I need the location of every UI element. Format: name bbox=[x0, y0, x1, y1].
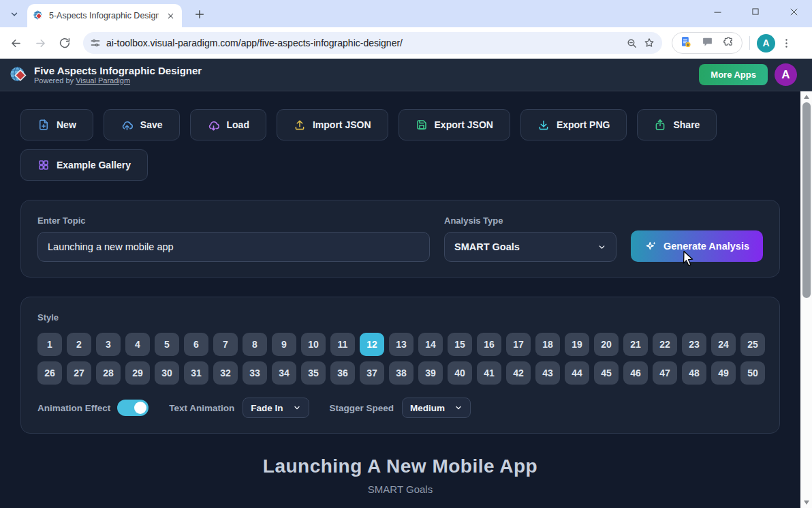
user-avatar[interactable]: A bbox=[775, 63, 797, 86]
export-png-button-label: Export PNG bbox=[557, 119, 610, 130]
load-button[interactable]: Load bbox=[190, 109, 266, 140]
style-option-47[interactable]: 47 bbox=[653, 361, 677, 385]
extensions-puzzle-icon[interactable] bbox=[723, 35, 735, 50]
style-option-32[interactable]: 32 bbox=[213, 361, 238, 385]
generate-analysis-button[interactable]: Generate Analysis bbox=[631, 230, 763, 262]
page-title: Five Aspects Infographic Designer bbox=[34, 65, 202, 76]
save-button[interactable]: Save bbox=[104, 109, 180, 140]
scrollbar-down-icon[interactable] bbox=[800, 498, 812, 507]
style-option-33[interactable]: 33 bbox=[243, 361, 267, 385]
style-option-6[interactable]: 6 bbox=[184, 333, 208, 356]
minimize-icon[interactable] bbox=[708, 3, 726, 20]
style-option-37[interactable]: 37 bbox=[360, 361, 384, 385]
style-option-25[interactable]: 25 bbox=[740, 333, 765, 356]
style-option-8[interactable]: 8 bbox=[243, 333, 267, 356]
style-option-17[interactable]: 17 bbox=[506, 333, 531, 356]
share-button[interactable]: Share bbox=[637, 109, 717, 140]
style-option-5[interactable]: 5 bbox=[155, 333, 179, 356]
style-option-4[interactable]: 4 bbox=[125, 333, 150, 356]
zoom-out-icon[interactable] bbox=[626, 38, 638, 49]
style-option-18[interactable]: 18 bbox=[535, 333, 560, 356]
site-info-icon[interactable] bbox=[90, 38, 101, 48]
chevron-down-icon bbox=[10, 10, 19, 19]
style-option-35[interactable]: 35 bbox=[301, 361, 326, 385]
new-button[interactable]: New bbox=[20, 109, 93, 140]
style-option-10[interactable]: 10 bbox=[301, 333, 326, 356]
style-option-28[interactable]: 28 bbox=[96, 361, 121, 385]
menu-dots-icon[interactable] bbox=[781, 38, 792, 49]
style-option-34[interactable]: 34 bbox=[272, 361, 296, 385]
style-option-26[interactable]: 26 bbox=[37, 361, 62, 385]
style-option-21[interactable]: 21 bbox=[623, 333, 648, 356]
style-option-7[interactable]: 7 bbox=[213, 333, 238, 356]
upload-icon bbox=[294, 119, 306, 131]
style-option-38[interactable]: 38 bbox=[389, 361, 413, 385]
style-option-13[interactable]: 13 bbox=[389, 333, 413, 356]
import-json-button[interactable]: Import JSON bbox=[277, 109, 388, 140]
docs-extension-icon[interactable] bbox=[679, 35, 692, 51]
export-json-button[interactable]: Export JSON bbox=[399, 109, 510, 140]
style-option-1[interactable]: 1 bbox=[37, 333, 62, 356]
style-option-15[interactable]: 15 bbox=[448, 333, 472, 356]
style-option-24[interactable]: 24 bbox=[711, 333, 736, 356]
style-option-2[interactable]: 2 bbox=[67, 333, 91, 356]
back-icon[interactable] bbox=[5, 33, 26, 53]
style-option-11[interactable]: 11 bbox=[330, 333, 355, 356]
preview-subtitle: SMART Goals bbox=[20, 483, 780, 495]
style-option-39[interactable]: 39 bbox=[418, 361, 443, 385]
more-apps-button[interactable]: More Apps bbox=[699, 64, 768, 85]
style-option-41[interactable]: 41 bbox=[477, 361, 501, 385]
browser-tab[interactable]: 5-Aspects Infographic Designer bbox=[27, 4, 182, 27]
scrollbar-up-icon[interactable] bbox=[800, 92, 812, 102]
style-option-42[interactable]: 42 bbox=[506, 361, 531, 385]
style-option-29[interactable]: 29 bbox=[125, 361, 150, 385]
style-option-9[interactable]: 9 bbox=[272, 333, 296, 356]
tab-close-icon[interactable] bbox=[164, 10, 176, 22]
analysis-type-select[interactable]: SMART Goals bbox=[444, 232, 616, 262]
style-option-19[interactable]: 19 bbox=[565, 333, 589, 356]
style-option-50[interactable]: 50 bbox=[740, 361, 765, 385]
refresh-icon[interactable] bbox=[54, 33, 75, 53]
stagger-speed-label: Stagger Speed bbox=[330, 403, 394, 413]
style-option-16[interactable]: 16 bbox=[477, 333, 501, 356]
style-option-20[interactable]: 20 bbox=[594, 333, 619, 356]
scrollbar-thumb[interactable] bbox=[802, 102, 811, 298]
example-gallery-button[interactable]: Example Gallery bbox=[20, 149, 148, 181]
style-option-23[interactable]: 23 bbox=[682, 333, 706, 356]
style-option-27[interactable]: 27 bbox=[67, 361, 91, 385]
text-animation-select[interactable]: Fade In bbox=[243, 398, 309, 418]
style-option-22[interactable]: 22 bbox=[653, 333, 677, 356]
topic-input[interactable] bbox=[37, 232, 430, 262]
style-option-40[interactable]: 40 bbox=[448, 361, 472, 385]
chrome-profile-avatar[interactable]: A bbox=[757, 34, 775, 53]
style-option-49[interactable]: 49 bbox=[711, 361, 736, 385]
stagger-speed-select[interactable]: Medium bbox=[402, 398, 471, 418]
address-bar[interactable]: ai-toolbox.visual-paradigm.com/app/five-… bbox=[83, 32, 662, 54]
export-png-button[interactable]: Export PNG bbox=[520, 109, 627, 140]
style-option-31[interactable]: 31 bbox=[184, 361, 208, 385]
style-option-44[interactable]: 44 bbox=[565, 361, 589, 385]
new-tab-button[interactable] bbox=[192, 7, 207, 22]
style-option-36[interactable]: 36 bbox=[330, 361, 355, 385]
page-scrollbar[interactable] bbox=[800, 91, 812, 508]
style-option-14[interactable]: 14 bbox=[418, 333, 443, 356]
maximize-icon[interactable] bbox=[747, 3, 764, 20]
download-icon bbox=[537, 119, 550, 131]
forward-icon[interactable] bbox=[30, 33, 50, 53]
style-option-46[interactable]: 46 bbox=[623, 361, 648, 385]
style-option-12[interactable]: 12 bbox=[360, 333, 384, 356]
cloud-download-icon bbox=[207, 119, 220, 132]
browser-window: 5-Aspects Infographic Designer bbox=[0, 0, 812, 508]
animation-effect-toggle[interactable] bbox=[117, 400, 149, 416]
tab-search-button[interactable] bbox=[5, 5, 23, 23]
close-icon[interactable] bbox=[785, 3, 802, 20]
style-option-48[interactable]: 48 bbox=[682, 361, 706, 385]
collaborate-extension-icon[interactable] bbox=[702, 36, 713, 50]
style-option-45[interactable]: 45 bbox=[594, 361, 619, 385]
style-option-3[interactable]: 3 bbox=[96, 333, 121, 356]
style-option-30[interactable]: 30 bbox=[155, 361, 179, 385]
visual-paradigm-link[interactable]: Visual Paradigm bbox=[76, 76, 130, 85]
style-option-43[interactable]: 43 bbox=[535, 361, 560, 385]
style-panel: Style 1234567891011121314151617181920212… bbox=[20, 297, 780, 434]
bookmark-star-icon[interactable] bbox=[643, 37, 655, 49]
